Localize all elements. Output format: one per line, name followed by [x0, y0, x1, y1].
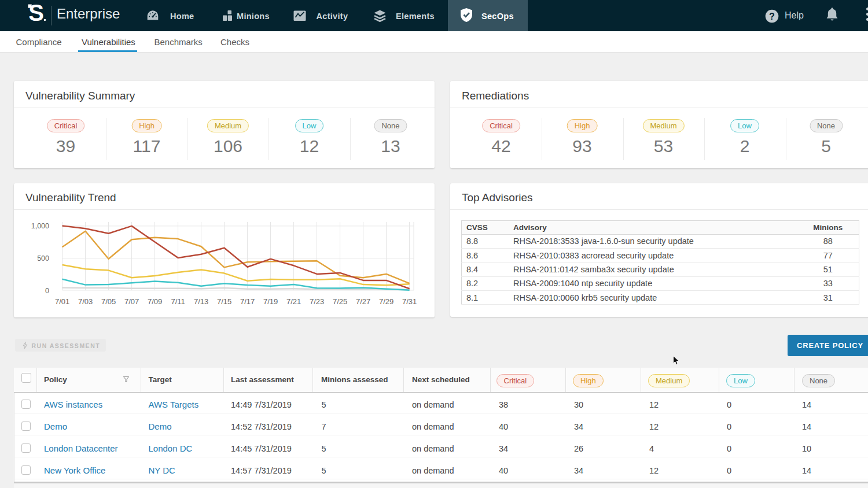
svg-text:7/29: 7/29	[379, 297, 393, 305]
svg-text:7/11: 7/11	[171, 297, 185, 305]
svg-text:500: 500	[37, 254, 49, 263]
svg-text:7/25: 7/25	[333, 297, 347, 305]
svg-text:7/27: 7/27	[356, 297, 370, 305]
svg-text:7/21: 7/21	[286, 297, 301, 305]
svg-text:0: 0	[45, 286, 49, 294]
svg-text:7/13: 7/13	[194, 297, 208, 305]
svg-text:1,000: 1,000	[31, 222, 49, 230]
svg-text:7/05: 7/05	[101, 297, 116, 305]
svg-text:S: S	[28, 3, 44, 24]
svg-text:7/23: 7/23	[310, 297, 324, 305]
svg-text:7/07: 7/07	[124, 297, 139, 305]
svg-text:7/03: 7/03	[78, 297, 93, 305]
svg-text:?: ?	[769, 11, 775, 21]
svg-text:7/31: 7/31	[402, 297, 417, 305]
svg-text:7/15: 7/15	[217, 297, 231, 305]
svg-text:7/01: 7/01	[55, 297, 69, 305]
svg-text:7/09: 7/09	[148, 297, 162, 305]
svg-text:7/19: 7/19	[263, 297, 278, 305]
svg-text:7/17: 7/17	[240, 297, 255, 305]
